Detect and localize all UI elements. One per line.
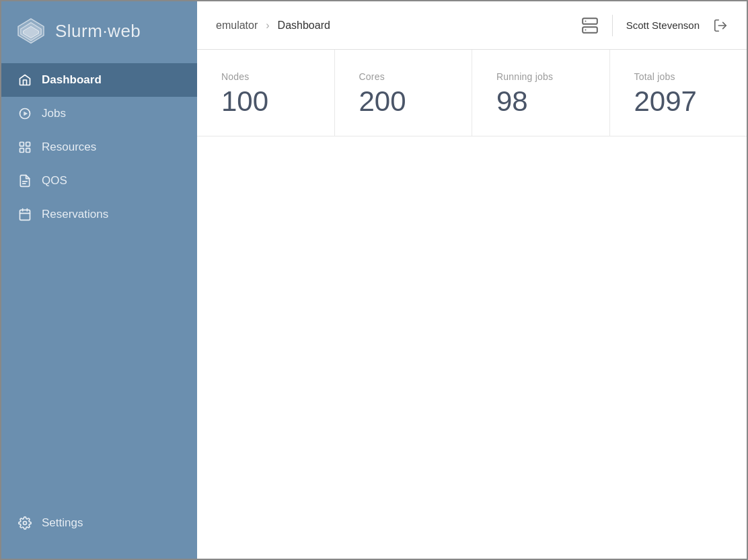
stat-card-nodes: Nodes 100 <box>197 50 335 136</box>
breadcrumb-separator: › <box>266 19 269 32</box>
breadcrumb-current: Dashboard <box>278 19 330 32</box>
sidebar-item-label-resources: Resources <box>42 141 96 154</box>
grid-icon <box>17 140 32 155</box>
app-logo-icon <box>15 17 47 44</box>
stat-value: 200 <box>359 86 448 117</box>
user-name: Scott Stevenson <box>626 19 700 31</box>
sidebar-item-label-reservations: Reservations <box>42 208 108 221</box>
server-icon[interactable] <box>581 17 599 34</box>
svg-rect-6 <box>26 143 30 147</box>
breadcrumb: emulator › Dashboard <box>216 19 570 32</box>
settings-icon <box>17 516 32 530</box>
logout-icon[interactable] <box>713 18 728 33</box>
sidebar-item-dashboard[interactable]: Dashboard <box>1 63 197 97</box>
stat-value: 100 <box>221 86 310 117</box>
svg-point-15 <box>24 522 27 525</box>
app-title: Slurm·web <box>55 21 141 42</box>
stat-label: Nodes <box>221 71 310 82</box>
sidebar-item-label-settings: Settings <box>42 516 83 530</box>
sidebar-item-qos[interactable]: QOS <box>1 164 197 198</box>
sidebar-item-resources[interactable]: Resources <box>1 130 197 164</box>
sidebar-item-reservations[interactable]: Reservations <box>1 198 197 231</box>
play-circle-icon <box>17 106 32 121</box>
stat-label: Running jobs <box>496 71 585 82</box>
calendar-icon <box>17 207 32 222</box>
main-content: Nodes 100 Cores 200 Running jobs 98 Tota… <box>197 50 747 559</box>
stat-card-total-jobs: Total jobs 2097 <box>610 50 747 136</box>
svg-rect-17 <box>583 27 597 33</box>
stat-label: Total jobs <box>634 71 723 82</box>
sidebar-item-settings[interactable]: Settings <box>17 506 181 540</box>
svg-rect-7 <box>20 149 24 153</box>
svg-rect-11 <box>20 210 30 220</box>
header: emulator › Dashboard Scott Steven <box>197 1 747 50</box>
breadcrumb-root: emulator <box>216 19 258 32</box>
stat-label: Cores <box>359 71 448 82</box>
sidebar-item-label-dashboard: Dashboard <box>42 73 102 87</box>
content-area: emulator › Dashboard Scott Steven <box>197 1 747 559</box>
stat-card-running-jobs: Running jobs 98 <box>472 50 610 136</box>
header-divider <box>612 15 613 36</box>
sidebar-bottom: Settings <box>1 493 197 559</box>
sidebar-nav: Dashboard Jobs <box>1 63 197 493</box>
sidebar: Slurm·web Dashboard <box>1 1 197 559</box>
svg-rect-5 <box>20 143 24 147</box>
file-icon <box>17 173 32 188</box>
stat-card-cores: Cores 200 <box>335 50 473 136</box>
svg-marker-4 <box>24 112 28 116</box>
home-icon <box>17 73 32 87</box>
sidebar-item-label-qos: QOS <box>42 174 67 188</box>
stats-row: Nodes 100 Cores 200 Running jobs 98 Tota… <box>197 50 747 136</box>
sidebar-item-jobs[interactable]: Jobs <box>1 97 197 130</box>
logo-area: Slurm·web <box>1 1 197 63</box>
sidebar-item-label-jobs: Jobs <box>42 107 66 120</box>
header-actions: Scott Stevenson <box>581 15 728 36</box>
svg-rect-16 <box>583 18 597 24</box>
svg-rect-8 <box>26 149 30 153</box>
stat-value: 2097 <box>634 86 723 117</box>
stat-value: 98 <box>496 86 585 117</box>
app-window: Slurm·web Dashboard <box>0 0 748 560</box>
